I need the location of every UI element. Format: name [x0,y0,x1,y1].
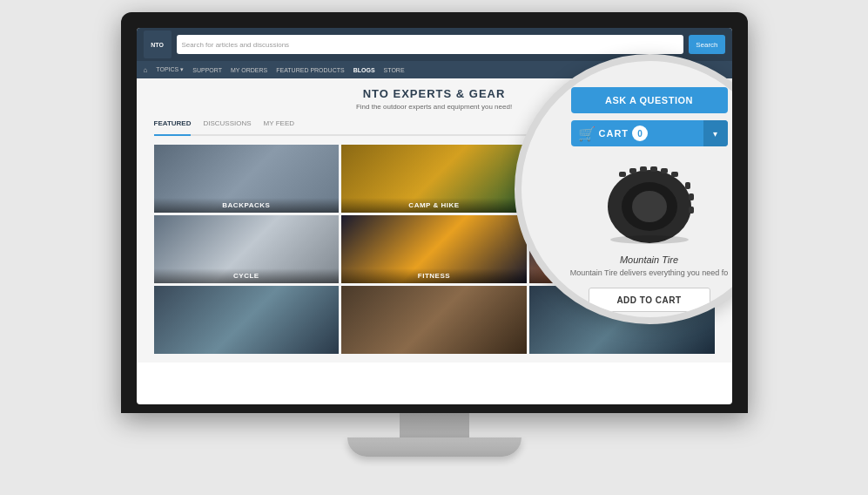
category-label-backpacks: BACKPACKS [154,198,340,213]
ask-question-button[interactable]: ASK A QUESTION [571,87,728,113]
category-extra2[interactable] [341,286,527,354]
cart-label: CART [599,128,629,139]
cart-count-badge: 0 [632,125,648,141]
category-camp-hike[interactable]: CAMP & HIKE [341,145,527,213]
product-description: Mountain Tire delivers everything you ne… [570,268,729,277]
category-label-camp: CAMP & HIKE [341,198,527,213]
dropdown-icon: ▾ [713,129,717,139]
svg-rect-8 [671,172,678,177]
tire-image [597,160,702,248]
add-to-cart-button[interactable]: ADD TO CART [589,288,710,312]
tire-svg [602,163,697,246]
nav-topics[interactable]: TOPICS ▾ [156,66,184,73]
nav-home-icon[interactable]: ⌂ [144,66,148,74]
tab-discussions[interactable]: DISCUSSIONS [203,119,251,131]
tab-featured[interactable]: FEATURED [154,119,192,136]
monitor-screen: NTO Search for articles and discussions … [137,28,732,404]
category-cycle[interactable]: CYCLE [154,215,340,283]
monitor-stand-neck [400,413,469,437]
nav-my-orders[interactable]: MY ORDERS [231,67,267,73]
monitor-stand-base [347,437,521,457]
search-placeholder: Search for articles and discussions [182,41,290,49]
svg-rect-5 [640,166,647,172]
recommend-label: RECOMN... [630,319,667,324]
cart-icon-area: 🛒 CART 0 [571,125,703,142]
svg-point-2 [632,191,667,222]
svg-rect-10 [689,193,694,200]
svg-rect-3 [619,172,626,177]
svg-point-12 [610,235,689,244]
svg-rect-11 [689,207,694,214]
cart-dropdown-arrow[interactable]: ▾ [703,120,728,146]
svg-rect-9 [685,182,690,189]
category-fitness[interactable]: FITNESS [341,215,527,283]
cart-icon: 🛒 [578,125,595,142]
tab-my-feed[interactable]: MY FEED [264,119,294,131]
svg-rect-6 [650,166,657,172]
svg-rect-7 [661,168,668,173]
category-label-fitness: FITNESS [341,268,527,283]
category-label-cycle: CYCLE [154,268,340,283]
site-search-bar[interactable]: Search for articles and discussions [177,35,684,54]
nav-featured-products[interactable]: FEATURED PRODUCTS [276,67,344,73]
site-logo: NTO [144,31,172,58]
svg-rect-4 [629,168,636,173]
category-backpacks[interactable]: BACKPACKS [154,145,340,213]
nav-store[interactable]: STORE [384,67,405,73]
nav-blogs[interactable]: BLOGS [353,67,375,73]
search-button[interactable]: Search [689,35,724,54]
monitor-body: NTO Search for articles and discussions … [121,12,748,413]
category-extra1[interactable] [154,286,340,354]
product-name: Mountain Tire [620,254,678,265]
monitor-wrapper: NTO Search for articles and discussions … [95,12,774,483]
cart-bar[interactable]: 🛒 CART 0 ▾ [571,120,728,146]
nav-support[interactable]: SUPPORT [192,67,222,73]
logo-text: NTO [151,42,164,48]
